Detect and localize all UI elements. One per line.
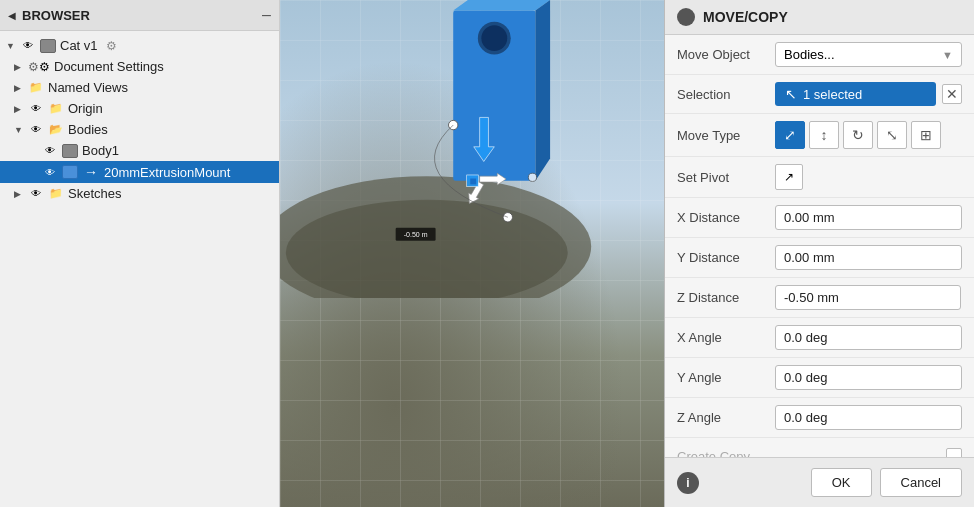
x-distance-content xyxy=(775,205,962,230)
move-type-translate-button[interactable]: ⤢ xyxy=(775,121,805,149)
y-distance-label: Y Distance xyxy=(677,250,767,265)
move-type-component-button[interactable]: ⊞ xyxy=(911,121,941,149)
tree-item-20mmextrusion[interactable]: → 20mmExtrusionMount xyxy=(0,161,279,183)
movecopy-header-icon xyxy=(677,8,695,26)
cancel-button[interactable]: Cancel xyxy=(880,468,962,497)
panel-footer: i OK Cancel xyxy=(665,457,974,507)
tree-expand-sketches[interactable] xyxy=(14,189,24,199)
y-angle-label: Y Angle xyxy=(677,370,767,385)
eye-icon-origin[interactable] xyxy=(28,103,44,115)
tree-item-origin[interactable]: Origin xyxy=(0,98,279,119)
set-pivot-content: ↗ xyxy=(775,164,962,190)
movecopy-title: MOVE/COPY xyxy=(703,9,788,25)
move-type-ptp-button[interactable]: ⤡ xyxy=(877,121,907,149)
viewport[interactable]: -0.50 m xyxy=(280,0,664,507)
selection-content: 1 selected ✕ xyxy=(775,82,962,106)
x-angle-input[interactable] xyxy=(775,325,962,350)
x-distance-label: X Distance xyxy=(677,210,767,225)
x-angle-content xyxy=(775,325,962,350)
x-distance-input[interactable] xyxy=(775,205,962,230)
tree-label-doc-settings: Document Settings xyxy=(54,59,164,74)
create-copy-row: Create Copy xyxy=(665,438,974,457)
move-type-buttons: ⤢ ↕ ↻ ⤡ ⊞ xyxy=(775,121,941,149)
eye-icon-sketches[interactable] xyxy=(28,188,44,200)
tree-expand-named-views[interactable] xyxy=(14,83,24,93)
selection-badge[interactable]: 1 selected xyxy=(775,82,936,106)
set-pivot-label: Set Pivot xyxy=(677,170,767,185)
browser-header: ◀ BROWSER – xyxy=(0,0,279,31)
tree-label-bodies: Bodies xyxy=(68,122,108,137)
tree-label-20mmextrusion: 20mmExtrusionMount xyxy=(104,165,230,180)
browser-collapse-arrow[interactable]: ◀ xyxy=(8,10,16,21)
eye-icon-body1[interactable] xyxy=(42,145,58,157)
tree-expand-cat[interactable] xyxy=(6,41,16,51)
gear-icon-doc-settings: ⚙ xyxy=(28,60,50,74)
info-icon[interactable]: i xyxy=(677,472,699,494)
tree-item-sketches[interactable]: Sketches xyxy=(0,183,279,204)
grid-overlay xyxy=(280,0,664,507)
tree-expand-doc-settings[interactable] xyxy=(14,62,24,72)
selection-row: Selection 1 selected ✕ xyxy=(665,75,974,114)
body-icon-body1 xyxy=(62,144,78,158)
panel-header: MOVE/COPY xyxy=(665,0,974,35)
move-type-rotate-button[interactable]: ↻ xyxy=(843,121,873,149)
tree-label-origin: Origin xyxy=(68,101,103,116)
tree-label-cat: Cat v1 xyxy=(60,38,98,53)
move-type-label: Move Type xyxy=(677,128,767,143)
browser-title: BROWSER xyxy=(22,8,256,23)
y-angle-content xyxy=(775,365,962,390)
tree-item-named-views[interactable]: Named Views xyxy=(0,77,279,98)
move-object-dropdown[interactable]: Bodies... ▼ xyxy=(775,42,962,67)
z-angle-input[interactable] xyxy=(775,405,962,430)
y-angle-row: Y Angle xyxy=(665,358,974,398)
z-angle-row: Z Angle xyxy=(665,398,974,438)
move-object-value: Bodies... xyxy=(784,47,835,62)
z-distance-label: Z Distance xyxy=(677,290,767,305)
selection-clear-button[interactable]: ✕ xyxy=(942,84,962,104)
cursor-icon xyxy=(785,86,797,102)
browser-tree: Cat v1 ⚙ ⚙ Document Settings Named Views… xyxy=(0,31,279,507)
y-angle-input[interactable] xyxy=(775,365,962,390)
move-type-row: Move Type ⤢ ↕ ↻ ⤡ ⊞ xyxy=(665,114,974,157)
move-type-axis-button[interactable]: ↕ xyxy=(809,121,839,149)
folder-icon-sketches xyxy=(48,188,64,200)
eye-icon-bodies[interactable] xyxy=(28,124,44,136)
z-distance-input[interactable] xyxy=(775,285,961,310)
tree-item-bodies[interactable]: Bodies xyxy=(0,119,279,140)
move-object-label: Move Object xyxy=(677,47,767,62)
cat-settings-icon[interactable]: ⚙ xyxy=(106,39,117,53)
ok-button[interactable]: OK xyxy=(811,468,872,497)
z-distance-more-options[interactable]: ⋮ xyxy=(967,288,974,307)
tree-item-body1[interactable]: Body1 xyxy=(0,140,279,161)
folder-icon-origin xyxy=(48,103,64,115)
folder-icon-bodies xyxy=(48,124,64,136)
y-distance-row: Y Distance xyxy=(665,238,974,278)
move-object-content: Bodies... ▼ xyxy=(775,42,962,67)
dropdown-arrow-icon: ▼ xyxy=(942,49,953,61)
component-icon-cat xyxy=(40,39,56,53)
tree-expand-origin[interactable] xyxy=(14,104,24,114)
x-angle-label: X Angle xyxy=(677,330,767,345)
browser-panel: ◀ BROWSER – Cat v1 ⚙ ⚙ Document Settings xyxy=(0,0,280,507)
browser-minimize-button[interactable]: – xyxy=(262,6,271,24)
tree-label-body1: Body1 xyxy=(82,143,119,158)
y-distance-input[interactable] xyxy=(775,245,962,270)
eye-icon-20mmextrusion[interactable] xyxy=(42,166,58,178)
z-distance-row: Z Distance ⋮ xyxy=(665,278,974,318)
y-distance-content xyxy=(775,245,962,270)
tree-label-named-views: Named Views xyxy=(48,80,128,95)
set-pivot-button[interactable]: ↗ xyxy=(775,164,803,190)
z-distance-content: ⋮ xyxy=(775,285,974,310)
z-angle-content xyxy=(775,405,962,430)
set-pivot-row: Set Pivot ↗ xyxy=(665,157,974,198)
create-copy-checkbox[interactable] xyxy=(946,448,962,457)
x-angle-row: X Angle xyxy=(665,318,974,358)
selection-label: Selection xyxy=(677,87,767,102)
body-icon-20mmextrusion xyxy=(62,165,78,179)
tree-item-doc-settings[interactable]: ⚙ Document Settings xyxy=(0,56,279,77)
tree-item-cat[interactable]: Cat v1 ⚙ xyxy=(0,35,279,56)
eye-icon-cat[interactable] xyxy=(20,40,36,52)
arrow-right-icon: → xyxy=(84,164,98,180)
x-distance-row: X Distance xyxy=(665,198,974,238)
tree-expand-bodies[interactable] xyxy=(14,125,24,135)
